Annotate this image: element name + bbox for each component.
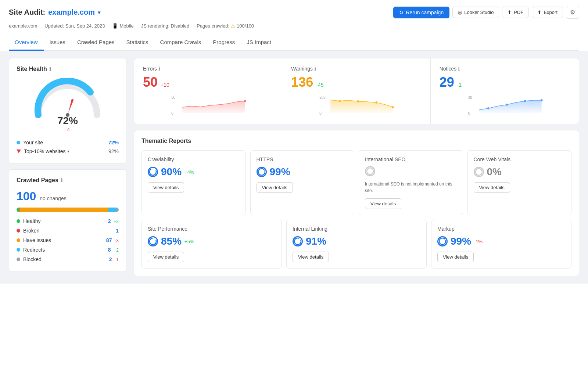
meta-domain: example.com bbox=[9, 23, 37, 29]
crawled-count: 100 bbox=[17, 190, 36, 203]
settings-button[interactable]: ⚙ bbox=[566, 6, 579, 19]
intl-seo-desc: International SEO is not implemented on … bbox=[365, 181, 457, 194]
crawlability-change: +4% bbox=[184, 169, 194, 175]
header: Site Audit: example.com ▾ ↻ Rerun campai… bbox=[0, 0, 588, 51]
rerun-campaign-button[interactable]: ↻ Rerun campaign bbox=[393, 7, 449, 18]
tab-progress[interactable]: Progress bbox=[207, 35, 241, 51]
svg-point-22 bbox=[367, 168, 373, 174]
warnings-value-row: 136 -45 bbox=[291, 75, 421, 90]
tab-issues[interactable]: Issues bbox=[44, 35, 71, 51]
cwv-pct: 0% bbox=[487, 166, 502, 178]
markup-pct: 99% bbox=[451, 235, 471, 247]
errors-value: 50 bbox=[143, 75, 158, 90]
errors-chart-svg: 50 0 bbox=[143, 94, 273, 116]
legend-your-site: Your site 72% bbox=[17, 138, 119, 147]
report-markup: Markup 99% -1% View details bbox=[431, 220, 571, 269]
pages-legend: Healthy 2 +2 Broken 1 bbox=[17, 216, 119, 264]
header-top: Site Audit: example.com ▾ ↻ Rerun campai… bbox=[9, 6, 579, 19]
svg-point-16 bbox=[487, 107, 489, 109]
site-audit-label: Site Audit: bbox=[9, 8, 45, 17]
svg-point-5 bbox=[244, 100, 246, 102]
meta-pages-crawled: Pages crawled: ⚠ 100/100 bbox=[197, 23, 254, 29]
tab-compare-crawls[interactable]: Compare Crawls bbox=[154, 35, 207, 51]
warnings-info-icon[interactable]: ℹ bbox=[314, 66, 316, 72]
internal-linking-view-details-button[interactable]: View details bbox=[293, 252, 329, 262]
gauge-change: -4 bbox=[65, 127, 70, 132]
have-issues-segment bbox=[19, 208, 108, 212]
pages-broken: Broken 1 bbox=[17, 226, 119, 235]
markup-view-details-button[interactable]: View details bbox=[437, 252, 474, 262]
have-issues-change: -3 bbox=[115, 238, 119, 243]
warnings-chart: 235 0 bbox=[291, 94, 421, 116]
svg-text:30: 30 bbox=[468, 96, 472, 100]
report-crawlability: Crawlability 90% +4% View details bbox=[141, 150, 246, 215]
blocked-value: 2 bbox=[109, 256, 112, 262]
crawlability-view-details-button[interactable]: View details bbox=[148, 182, 184, 193]
internal-linking-circle-icon bbox=[293, 236, 303, 246]
warnings-card: Warnings ℹ 136 -45 bbox=[282, 58, 430, 124]
notices-change: -1 bbox=[457, 82, 462, 88]
svg-marker-0 bbox=[67, 99, 74, 114]
site-health-info-icon[interactable]: ℹ bbox=[49, 66, 51, 72]
looker-icon: ◎ bbox=[458, 10, 462, 15]
site-perf-change: +5% bbox=[184, 239, 194, 244]
site-perf-circle-icon bbox=[148, 236, 158, 246]
reports-grid-row1: Crawlability 90% +4% View details HTTPS bbox=[141, 150, 571, 215]
notices-value-row: 29 -1 bbox=[440, 75, 570, 90]
top10-dropdown-icon[interactable]: ▾ bbox=[67, 149, 69, 154]
cwv-view-details-button[interactable]: View details bbox=[474, 182, 510, 193]
site-perf-view-details-button[interactable]: View details bbox=[148, 252, 184, 262]
svg-point-20 bbox=[150, 169, 156, 175]
crawled-pages-panel: Crawled Pages ℹ 100 no changes bbox=[9, 169, 126, 272]
legend-top-10: Top-10% websites ▾ 92% bbox=[17, 147, 119, 156]
intl-seo-circle-icon bbox=[365, 166, 375, 176]
your-site-value: 72% bbox=[108, 140, 119, 145]
health-legend: Your site 72% Top-10% websites ▾ 92% bbox=[17, 138, 119, 156]
app-container: Site Audit: example.com ▾ ↻ Rerun campai… bbox=[0, 0, 588, 389]
reports-grid-row2: Site Performance 85% +5% View details In… bbox=[141, 220, 571, 269]
svg-point-23 bbox=[476, 169, 482, 175]
rerun-icon: ↻ bbox=[399, 10, 404, 15]
https-view-details-button[interactable]: View details bbox=[257, 182, 293, 193]
crawled-pages-info-icon[interactable]: ℹ bbox=[61, 177, 62, 183]
markup-circle-icon bbox=[437, 236, 448, 246]
svg-point-25 bbox=[294, 238, 301, 245]
gauge-chart bbox=[31, 78, 104, 119]
crawled-progress-bar bbox=[17, 208, 119, 212]
crawlability-circle-icon bbox=[148, 167, 158, 177]
tab-statistics[interactable]: Statistics bbox=[121, 35, 154, 51]
tab-js-impact[interactable]: JS Impact bbox=[241, 35, 277, 51]
site-name[interactable]: example.com bbox=[48, 8, 95, 17]
broken-dot bbox=[17, 229, 20, 233]
errors-change: +10 bbox=[161, 82, 169, 88]
svg-text:0: 0 bbox=[319, 111, 322, 115]
report-international-seo: International SEO International SEO is n… bbox=[359, 150, 463, 215]
healthy-dot bbox=[17, 219, 20, 223]
svg-point-18 bbox=[524, 100, 526, 102]
pdf-button[interactable]: ⬆ PDF bbox=[502, 7, 529, 18]
site-name-chevron-icon[interactable]: ▾ bbox=[98, 10, 100, 15]
blocked-change: -1 bbox=[115, 257, 119, 262]
export-button[interactable]: ⬆ Export bbox=[532, 7, 563, 18]
stats-row: Errors ℹ 50 +10 bbox=[134, 58, 579, 124]
redirects-value: 8 bbox=[108, 247, 111, 253]
tab-overview[interactable]: Overview bbox=[9, 35, 44, 51]
blocked-dot bbox=[17, 257, 20, 261]
gauge-container: 72% -4 bbox=[17, 78, 119, 132]
your-site-dot bbox=[17, 141, 20, 144]
intl-seo-view-details-button[interactable]: View details bbox=[365, 198, 401, 209]
notices-label: Notices ℹ bbox=[440, 66, 570, 72]
report-site-performance: Site Performance 85% +5% View details bbox=[141, 220, 282, 269]
tab-crawled-pages[interactable]: Crawled Pages bbox=[71, 35, 121, 51]
svg-point-26 bbox=[439, 238, 446, 245]
notices-info-icon[interactable]: ℹ bbox=[458, 66, 460, 72]
meta-updated: Updated: Sun, Sep 24, 2023 bbox=[44, 23, 105, 29]
warnings-label: Warnings ℹ bbox=[291, 66, 421, 72]
redirects-change: +2 bbox=[114, 248, 119, 253]
top10-value: 92% bbox=[108, 148, 119, 154]
warnings-chart-svg: 235 0 bbox=[291, 94, 421, 116]
looker-studio-button[interactable]: ◎ Looker Studio bbox=[452, 7, 499, 18]
right-content: Errors ℹ 50 +10 bbox=[134, 58, 579, 276]
errors-value-row: 50 +10 bbox=[143, 75, 273, 90]
errors-info-icon[interactable]: ℹ bbox=[158, 66, 160, 72]
